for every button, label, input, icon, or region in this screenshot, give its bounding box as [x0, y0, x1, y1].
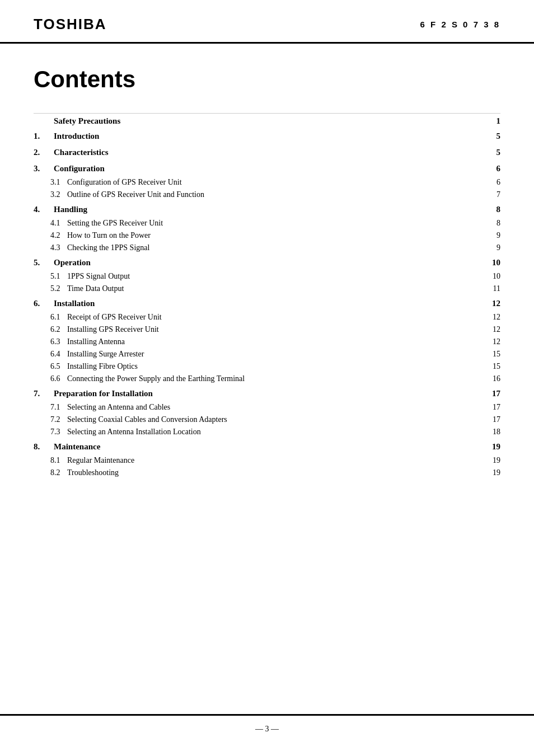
- toc-sub-entry: 5.11PPS Signal Output10: [34, 270, 500, 283]
- toc-subsection-page: 16: [484, 374, 500, 383]
- toc-subsection-title: Connecting the Power Supply and the Eart…: [67, 374, 245, 383]
- toc-subsection-title: Installing GPS Receiver Unit: [67, 325, 159, 334]
- toc-subsection-number: 6.1: [34, 313, 67, 322]
- toc-section-page: 8: [496, 205, 501, 214]
- toc-safety-entry: Safety Precautions 1: [34, 113, 500, 129]
- toc-subsection-number: 7.2: [34, 415, 67, 424]
- toc-subsection-number: 5.2: [34, 284, 67, 293]
- toc-subsection-page: 12: [484, 337, 500, 346]
- page-number: — 3 —: [255, 725, 279, 733]
- page: TOSHIBA 6 F 2 S 0 7 3 8 Contents Safety …: [0, 0, 534, 756]
- toc-subsection-title: Selecting an Antenna and Cables: [67, 403, 170, 412]
- toc-subsection-number: 4.2: [34, 231, 67, 240]
- toc-subsection-title: Regular Maintenance: [67, 456, 134, 465]
- toc-sub-entry: 4.2How to Turn on the Power9: [34, 229, 500, 242]
- document-number: 6 F 2 S 0 7 3 8: [420, 20, 500, 29]
- toc-section-title: Characteristics: [54, 148, 108, 157]
- toc-main-entry: 6.Installation12: [34, 296, 500, 311]
- toc-section-number: 1.: [34, 132, 47, 141]
- toc-subsection-number: 7.3: [34, 428, 67, 436]
- toc-sub-entry: 6.3Installing Antenna12: [34, 336, 500, 348]
- toc-sub-entry: 7.3Selecting an Antenna Installation Loc…: [34, 426, 500, 438]
- safety-precautions-page: 1: [496, 116, 501, 126]
- toc-subsection-number: 6.4: [34, 350, 67, 359]
- toc-subsection-title: Configuration of GPS Receiver Unit: [67, 178, 182, 187]
- toc-main-entry: 7.Preparation for Installation17: [34, 386, 500, 401]
- toc-subsection-title: Setting the GPS Receiver Unit: [67, 219, 163, 228]
- toc-section-title: Operation: [54, 258, 91, 267]
- toc-section-title: Preparation for Installation: [54, 389, 153, 398]
- toc-main-entry: 1.Introduction5: [34, 129, 500, 144]
- toc-section: 3.Configuration63.1Configuration of GPS …: [34, 161, 500, 201]
- toc-sub-entry: 3.1Configuration of GPS Receiver Unit6: [34, 176, 500, 189]
- toc-section-number: 7.: [34, 389, 47, 398]
- toc-subsection-page: 6: [484, 178, 500, 187]
- toc-subsection-title: Troubleshooting: [67, 468, 119, 477]
- toc-subsection-number: 8.1: [34, 456, 67, 465]
- toc-subsection-page: 17: [484, 415, 500, 424]
- toc-subsection-page: 9: [484, 243, 500, 252]
- toc-section-title: Handling: [54, 205, 87, 214]
- toc-subsection-title: Selecting an Antenna Installation Locati…: [67, 428, 201, 436]
- toc-section-page: 6: [496, 164, 501, 173]
- toc-main-entry: 2.Characteristics5: [34, 145, 500, 160]
- toc-main-entry: 4.Handling8: [34, 202, 500, 217]
- toc-section-page: 17: [492, 389, 500, 398]
- toc-subsection-title: Time Data Output: [67, 284, 124, 293]
- toc-section: 2.Characteristics5: [34, 145, 500, 160]
- toc-subsection-number: 3.2: [34, 190, 67, 199]
- toc-subsection-page: 15: [484, 362, 500, 371]
- toc-section-number: 2.: [34, 148, 47, 157]
- toc-subsection-page: 11: [484, 284, 500, 293]
- toc-sub-entry: 3.2Outline of GPS Receiver Unit and Func…: [34, 189, 500, 201]
- toc-subsection-page: 12: [484, 325, 500, 334]
- toc-subsection-page: 17: [484, 403, 500, 412]
- toc-subsection-number: 6.3: [34, 337, 67, 346]
- main-content: Contents Safety Precautions 1 1.Introduc…: [0, 44, 534, 514]
- toc-sub-entry: 6.6Connecting the Power Supply and the E…: [34, 373, 500, 385]
- toc-subsection-page: 8: [484, 219, 500, 228]
- toc-main-entry: 3.Configuration6: [34, 161, 500, 176]
- toc-subsection-title: Selecting Coaxial Cables and Conversion …: [67, 415, 227, 424]
- toc-subsection-title: Outline of GPS Receiver Unit and Functio…: [67, 190, 204, 199]
- toc-subsection-title: Installing Surge Arrester: [67, 350, 144, 359]
- toc-section-title: Configuration: [54, 164, 105, 173]
- toc-sub-entry: 6.1Receipt of GPS Receiver Unit12: [34, 311, 500, 323]
- toc-sub-entry: 4.3Checking the 1PPS Signal9: [34, 242, 500, 254]
- toc-subsection-page: 18: [484, 428, 500, 436]
- toc-section-title: Introduction: [54, 132, 99, 141]
- toc-sub-entry: 6.2Installing GPS Receiver Unit12: [34, 323, 500, 336]
- toc-section-page: 5: [496, 132, 501, 141]
- toc-sections-container: 1.Introduction52.Characteristics53.Confi…: [34, 129, 500, 479]
- toc-subsection-number: 6.2: [34, 325, 67, 334]
- toc-section: 5.Operation105.11PPS Signal Output105.2T…: [34, 255, 500, 295]
- toc-main-entry: 8.Maintenance19: [34, 439, 500, 454]
- toc-section-number: 8.: [34, 442, 47, 452]
- toc-sub-entry: 5.2Time Data Output11: [34, 283, 500, 295]
- toc-subsection-page: 15: [484, 350, 500, 359]
- toc-subsection-number: 4.1: [34, 219, 67, 228]
- toc-subsection-number: 8.2: [34, 468, 67, 477]
- toc-subsection-number: 3.1: [34, 178, 67, 187]
- toc-subsection-number: 6.6: [34, 374, 67, 383]
- toc-section: 1.Introduction5: [34, 129, 500, 144]
- toc-subsection-page: 19: [484, 468, 500, 477]
- toc-section: 4.Handling84.1Setting the GPS Receiver U…: [34, 202, 500, 254]
- toc-section: 8.Maintenance198.1Regular Maintenance198…: [34, 439, 500, 479]
- toc-section-number: 5.: [34, 258, 47, 267]
- toc-subsection-title: Installing Antenna: [67, 337, 125, 346]
- safety-precautions-label: Safety Precautions: [34, 116, 120, 126]
- toshiba-logo: TOSHIBA: [34, 16, 107, 33]
- toc-section-page: 5: [496, 148, 501, 157]
- page-title: Contents: [34, 66, 500, 93]
- toc-subsection-page: 7: [484, 190, 500, 199]
- toc-subsection-page: 9: [484, 231, 500, 240]
- toc-sub-entry: 8.1Regular Maintenance19: [34, 454, 500, 467]
- toc-section-page: 10: [492, 258, 500, 267]
- toc-subsection-title: 1PPS Signal Output: [67, 272, 130, 281]
- toc-section-number: 6.: [34, 299, 47, 308]
- toc-subsection-number: 6.5: [34, 362, 67, 371]
- toc-section-page: 12: [492, 299, 500, 308]
- toc-subsection-title: Receipt of GPS Receiver Unit: [67, 313, 162, 322]
- toc-subsection-number: 5.1: [34, 272, 67, 281]
